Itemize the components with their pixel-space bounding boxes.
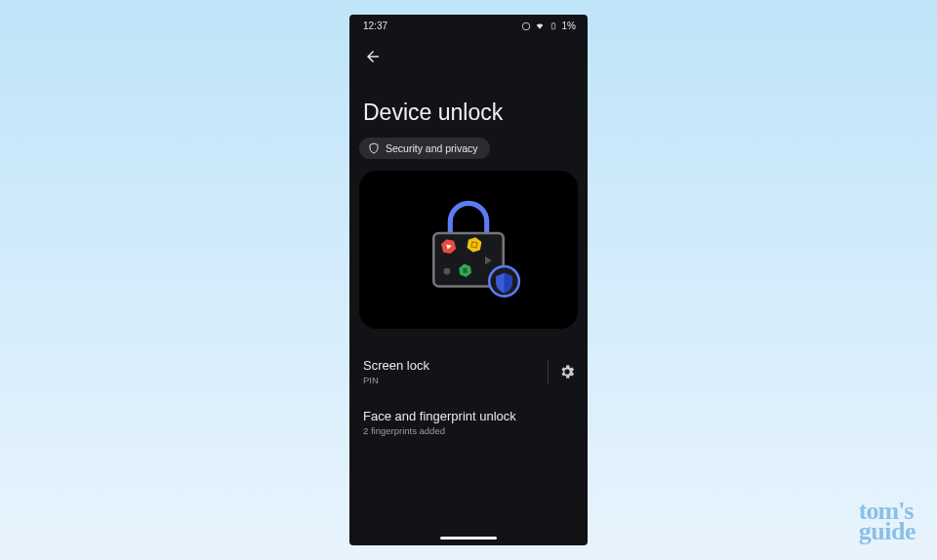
lock-icon <box>386 181 551 318</box>
battery-icon <box>549 21 558 31</box>
status-bar: 12:37 1% <box>349 15 588 37</box>
screen-lock-title: Screen lock <box>363 358 429 373</box>
screen-lock-subtitle: PIN <box>363 375 429 385</box>
battery-percent: 1% <box>562 20 576 31</box>
page-title: Device unlock <box>349 72 588 138</box>
face-fingerprint-subtitle: 2 fingerprints added <box>363 425 516 436</box>
watermark: tom's guide <box>859 501 916 542</box>
face-fingerprint-title: Face and fingerprint unlock <box>363 409 516 423</box>
svg-rect-1 <box>551 23 554 29</box>
status-icons: 1% <box>521 20 576 31</box>
arrow-left-icon <box>364 48 382 65</box>
shield-icon <box>368 142 380 154</box>
watermark-line2: guide <box>859 522 916 542</box>
divider <box>548 360 549 383</box>
svg-rect-9 <box>463 267 468 273</box>
themed-icon <box>521 21 531 31</box>
unlock-illustration <box>359 171 578 329</box>
gear-icon <box>558 363 576 380</box>
screen-lock-settings-button[interactable] <box>558 363 576 380</box>
app-bar <box>349 37 588 72</box>
screen-lock-actions <box>548 360 576 383</box>
breadcrumb-label: Security and privacy <box>386 142 478 154</box>
svg-point-10 <box>444 268 451 275</box>
phone-frame: 12:37 1% Device unlock Security and priv… <box>349 15 588 545</box>
breadcrumb-chip[interactable]: Security and privacy <box>359 138 490 159</box>
wifi-icon <box>535 21 545 31</box>
svg-rect-2 <box>552 22 553 23</box>
status-time: 12:37 <box>363 20 387 31</box>
navigation-pill[interactable] <box>440 537 497 540</box>
screen-lock-item[interactable]: Screen lock PIN <box>363 352 576 403</box>
svg-point-0 <box>522 22 530 30</box>
settings-list: Screen lock PIN Face and fingerprint unl… <box>349 329 588 454</box>
face-fingerprint-item[interactable]: Face and fingerprint unlock 2 fingerprin… <box>363 403 576 454</box>
back-button[interactable] <box>363 47 383 66</box>
